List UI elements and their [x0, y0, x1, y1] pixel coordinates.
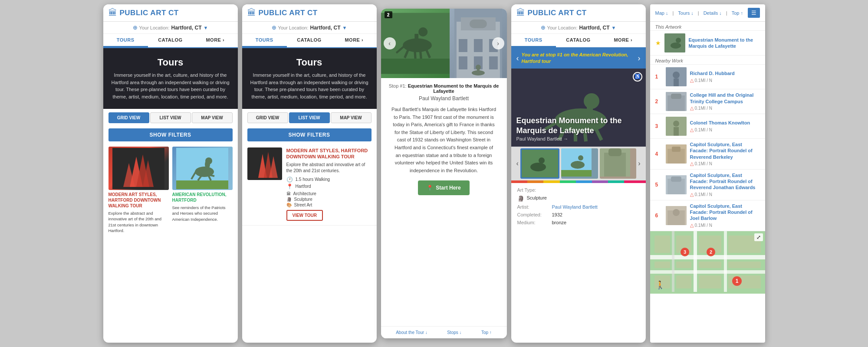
location-pin-icon: 📍 [427, 185, 433, 191]
artist-meta-value[interactable]: Paul Wayland Bartlett [552, 204, 598, 210]
stop-nav-prev[interactable]: ‹ [384, 37, 396, 49]
map-view-btn-1[interactable]: MAP VIEW [192, 112, 233, 123]
nearby-meta-4: △ 0.1MI / N [690, 161, 760, 167]
artwork-thumbnails-row: ‹ [511, 147, 646, 180]
artwork-hero-text: Equestrian Monument to theMarquis de Laf… [516, 116, 641, 141]
nav-tours-2[interactable]: TOURS [242, 34, 287, 47]
stop-nav-next[interactable]: › [492, 37, 504, 49]
stop-content-scroll[interactable]: Stop #1: Equestrian Monument to the Marq… [381, 78, 507, 326]
tours-hero-1: Tours Immerse yourself in the art, cultu… [103, 48, 238, 109]
location-name-2: Hartford, CT [310, 25, 341, 31]
nearby-title-4[interactable]: Capitol Sculpture, East Facade: Portrait… [690, 141, 760, 160]
thumb-3[interactable] [600, 148, 636, 179]
mini-map[interactable]: 1 2 3 🚶 ⤢ [650, 231, 765, 294]
nearby-item-1[interactable]: 1 Richard D. Hubbard △ 0.1MI / N [650, 65, 765, 89]
stops-link[interactable]: Stops ↓ [447, 330, 461, 335]
nav-tours-4[interactable]: TOURS [511, 34, 556, 47]
svg-point-43 [584, 93, 599, 109]
nav-more-4[interactable]: MORE › [601, 34, 645, 47]
nearby-thumb-2 [666, 92, 687, 111]
nav-catalog-1[interactable]: CATALOG [148, 34, 193, 47]
panel-tours-link[interactable]: Tours ↓ [678, 10, 693, 16]
list-tour-title-1: MODERN ART STYLES, HARTFORD DOWNTOWN WAL… [286, 147, 372, 160]
featured-thumb [664, 33, 685, 52]
thumb-2[interactable] [561, 148, 598, 179]
art-type-row: Art Type: [517, 187, 640, 193]
nearby-item-2[interactable]: 2 College Hill and the Original Trinity … [650, 89, 765, 114]
nav-more-1[interactable]: MORE › [193, 34, 237, 47]
nav-tours-1[interactable]: TOURS [103, 34, 148, 47]
nearby-title-3[interactable]: Colonel Thomas Knowlton [690, 120, 760, 126]
filter-btn-1[interactable]: SHOW FILTERS [108, 128, 233, 141]
tour-banner-prev[interactable]: ‹ [516, 54, 519, 63]
nearby-num-5: 5 [655, 182, 662, 188]
tour-card-2[interactable]: AMERICAN REVOLUTION, HARTFORD See remind… [172, 147, 233, 233]
list-view-btn-1[interactable]: LIST VIEW [150, 112, 191, 123]
panel-map-link[interactable]: Map ↓ [655, 10, 668, 16]
svg-rect-31 [470, 20, 487, 28]
featured-artwork-item[interactable]: ★ Equestrian Monument to the Marquis de … [650, 31, 765, 56]
nav-catalog-4[interactable]: CATALOG [556, 34, 601, 47]
location-bar-2[interactable]: ⊕ Your Location: Hartford, CT ▼ [242, 22, 377, 34]
logo-text-2: PUBLIC ART CT [259, 9, 318, 17]
list-view-btn-2[interactable]: LIST VIEW [289, 112, 330, 123]
nearby-num-2: 2 [655, 98, 662, 105]
app-header-2: 🏛 PUBLIC ART CT [242, 4, 377, 22]
panel-5: Map ↓ | Tours ↓ | Details ↓ | Top ↑ ☰ Th… [650, 4, 765, 343]
nearby-work-list[interactable]: 1 Richard D. Hubbard △ 0.1MI / N 2 [650, 65, 765, 343]
nav-tabs-4: TOURS CATALOG MORE › [511, 34, 646, 48]
nearby-thumb-5 [666, 175, 687, 194]
artist-meta-label: Artist: [517, 204, 552, 210]
location-arrow-4[interactable]: ▼ [612, 25, 616, 30]
tour-card-title-1: MODERN ART STYLES, HARTFORD DOWNTOWN WAL… [108, 192, 169, 209]
nearby-title-6[interactable]: Capitol Sculpture, East Facade: Portrait… [690, 203, 760, 222]
nav-catalog-2[interactable]: CATALOG [287, 34, 332, 47]
list-tour-item-1[interactable]: MODERN ART STYLES, HARTFORD DOWNTOWN WAL… [242, 143, 377, 226]
grid-view-btn-2[interactable]: GRID VIEW [247, 112, 288, 123]
nearby-item-6[interactable]: 6 Capitol Sculpture, East Facade: Portra… [650, 200, 765, 231]
svg-rect-6 [176, 180, 228, 189]
location-arrow-1[interactable]: ▼ [204, 25, 208, 30]
abstract-art-svg [112, 148, 164, 189]
tour-card-title-2: AMERICAN REVOLUTION, HARTFORD [172, 192, 233, 203]
nearby-item-4[interactable]: 4 Capitol Sculpture, East Facade: Portra… [650, 139, 765, 170]
location-bar-1[interactable]: ⊕ Your Location: Hartford, CT ▼ [103, 22, 238, 34]
list-thumb-svg-1 [247, 147, 282, 180]
panel-menu-btn[interactable]: ☰ [748, 8, 760, 18]
panel-details-link[interactable]: Details ↓ [704, 10, 722, 16]
location-arrow-2[interactable]: ▼ [342, 25, 347, 30]
top-link[interactable]: Top ↑ [481, 330, 492, 335]
thumb-prev-btn[interactable]: ‹ [515, 160, 520, 167]
nearby-item-5[interactable]: 5 Capitol Sculpture, East Facade: Portra… [650, 170, 765, 200]
nearby-title-1[interactable]: Richard D. Hubbard [690, 70, 760, 76]
nearby-title-2[interactable]: College Hill and the Original Trinity Co… [690, 92, 760, 105]
phone-1: 🏛 PUBLIC ART CT ⊕ Your Location: Hartfor… [103, 4, 238, 343]
nearby-title-5[interactable]: Capitol Sculpture, East Facade: Portrait… [690, 172, 760, 191]
view-tour-btn-1[interactable]: VIEW TOUR [286, 210, 323, 221]
map-view-btn-2[interactable]: MAP VIEW [331, 112, 372, 123]
panel-top-link[interactable]: Top ↑ [732, 10, 743, 16]
grid-view-btn-1[interactable]: GRID VIEW [108, 112, 149, 123]
location-bar-4[interactable]: ⊕ Your Location: Hartford, CT ▼ [511, 22, 646, 34]
thumb-1[interactable] [520, 148, 559, 179]
location-icon-1: ⊕ [133, 24, 138, 31]
nearby-info-2: College Hill and the Original Trinity Co… [690, 92, 760, 111]
artist-row: Artist: Paul Wayland Bartlett [517, 204, 640, 210]
thumb-svg-2 [561, 148, 592, 177]
filter-btn-2[interactable]: SHOW FILTERS [247, 128, 372, 141]
tour-banner-next[interactable]: › [638, 54, 641, 63]
svg-rect-33 [474, 39, 483, 52]
start-here-btn[interactable]: 📍 Start Here [418, 180, 469, 195]
tour-card-1[interactable]: MODERN ART STYLES, HARTFORD DOWNTOWN WAL… [108, 147, 169, 233]
location-icon-4: ⊕ [541, 24, 546, 31]
thumb-next-btn[interactable]: › [636, 160, 642, 167]
completed-value: 1932 [552, 212, 562, 217]
featured-title[interactable]: Equestrian Monument to the Marquis de La… [689, 37, 760, 49]
svg-text:3: 3 [683, 249, 686, 255]
nearby-thumb-6 [666, 206, 687, 225]
about-tour-link[interactable]: About the Tour ↓ [396, 330, 427, 335]
nearby-item-3[interactable]: 3 Colonel Thomas Knowlton △ 0.1MI / N [650, 114, 765, 139]
nearby-thumb-3 [666, 117, 687, 136]
nav-more-2[interactable]: MORE › [332, 34, 376, 47]
artwork-thumbnails [520, 148, 636, 179]
